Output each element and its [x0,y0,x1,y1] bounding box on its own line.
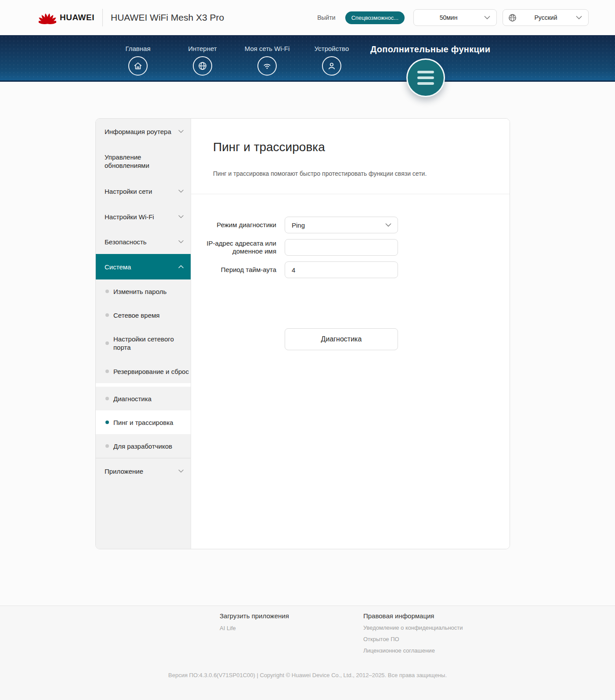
chevron-down-icon [177,128,184,135]
sidebar: Информация роутера Управление обновления… [96,119,191,549]
sidebar-item-update-management[interactable]: Управление обновлениями [96,144,191,178]
chevron-down-icon [177,213,184,220]
sidebar-item-network-settings[interactable]: Настройки сети [96,178,191,204]
bullet-dot-icon [105,421,109,424]
language-dropdown[interactable]: Русский [503,9,589,26]
bullet-dot-icon [105,444,109,448]
timeout-input[interactable] [285,261,398,278]
diagnostic-mode-value: Ping [292,221,384,229]
content-area: Пинг и трассировка Пинг и трассировка по… [191,119,510,549]
header-actions: Выйти Спецвозможнос... 50мин Русский [317,9,589,26]
chevron-down-icon [483,14,491,22]
chevron-down-icon [177,238,184,245]
diagnostic-mode-select[interactable]: Ping [285,217,398,233]
sidebar-item-router-info[interactable]: Информация роутера [96,119,191,144]
footer-legal-heading: Правовая информация [363,612,463,620]
chevron-down-icon [575,14,583,22]
sidebar-item-wifi-settings[interactable]: Настройки Wi-Fi [96,204,191,229]
huawei-logo-icon [39,10,56,25]
sidebar-item-system[interactable]: Система [96,254,191,279]
top-header: HUAWEI HUAWEI WiFi Mesh X3 Pro Выйти Спе… [0,0,615,35]
sidebar-item-network-time[interactable]: Сетевое время [96,303,191,327]
wifi-icon [257,56,277,76]
form-row-mode: Режим диагностики Ping [191,217,510,233]
globe-icon [193,56,212,76]
brand-name: HUAWEI [60,13,94,22]
sidebar-item-developers[interactable]: Для разработчиков [96,434,191,458]
content-divider [191,194,510,194]
sidebar-filler [96,484,191,549]
nav-item-internet[interactable]: Интернет [174,45,231,76]
logout-link[interactable]: Выйти [317,14,335,21]
footer-legal-column: Правовая информация Уведомление о конфид… [363,612,463,654]
footer-apps-column: Загрузить приложения AI Life [220,612,289,631]
footer-apps-heading: Загрузить приложения [220,612,289,620]
footer-link-ai-life[interactable]: AI Life [220,625,289,631]
accessibility-button[interactable]: Спецвозможнос... [345,11,405,24]
brand-block: HUAWEI HUAWEI WiFi Mesh X3 Pro [39,9,224,26]
footer-link-privacy[interactable]: Уведомление о конфиденциальности [363,624,463,631]
bullet-dot-icon [105,370,109,373]
nav-more-title: Дополнительные функции [370,44,490,54]
ip-address-label: IP-адрес адресата или доменное имя [191,239,276,255]
form-row-ip: IP-адрес адресата или доменное имя [191,239,510,256]
nav-items: Главная Интернет Моя сеть Wi-Fi [110,45,368,76]
page-footer: Загрузить приложения AI Life Правовая ин… [0,606,615,700]
nav-item-device[interactable]: Устройство [304,45,360,76]
sidebar-item-port-settings[interactable]: Настройки сетевого порта [96,327,191,359]
sidebar-item-change-password[interactable]: Изменить пароль [96,279,191,303]
sidebar-item-security[interactable]: Безопасность [96,229,191,254]
main-panel: Информация роутера Управление обновления… [95,118,510,549]
chevron-up-icon [177,263,184,270]
hamburger-menu-icon [417,69,434,87]
footer-link-license[interactable]: Лицензионное соглашение [363,647,463,654]
sidebar-item-ping-trace[interactable]: Пинг и трассировка [96,410,191,434]
bullet-dot-icon [105,341,109,345]
sidebar-item-diagnostics[interactable]: Диагностика [96,387,191,410]
chevron-down-icon [177,468,184,475]
timeout-label: Период тайм-аута [191,266,276,274]
form-row-timeout: Период тайм-аута [191,261,510,278]
page-description: Пинг и трассировка помогают быстро проте… [213,170,488,177]
footer-link-open-source[interactable]: Открытое ПО [363,636,463,642]
diagnostic-mode-label: Режим диагностики [191,221,276,229]
ip-address-input[interactable] [285,239,398,256]
main-navigation: Главная Интернет Моя сеть Wi-Fi [0,35,615,82]
globe-icon [508,14,517,22]
sidebar-item-backup-reset[interactable]: Резервирование и сброс [96,359,191,383]
sidebar-gap [96,383,191,387]
language-value: Русский [517,14,575,21]
ping-form: Режим диагностики Ping IP-адрес адресата… [191,217,510,350]
brand-divider [102,9,103,26]
footer-version-text: Версия ПО:4.3.0.6(V71SP01C00) | Copyrigh… [0,672,615,678]
nav-item-home[interactable]: Главная [110,45,166,76]
bullet-dot-icon [105,397,109,400]
bullet-dot-icon [105,313,109,317]
session-timeout-dropdown[interactable]: 50мин [413,9,497,26]
product-title: HUAWEI WiFi Mesh X3 Pro [111,12,224,23]
hamburger-menu-button[interactable] [406,58,445,97]
diagnose-button[interactable]: Диагностика [285,328,398,350]
nav-item-wifi[interactable]: Моя сеть Wi-Fi [239,45,295,76]
sidebar-item-application[interactable]: Приложение [96,458,191,484]
chevron-down-icon [384,221,392,229]
session-timeout-value: 50мин [414,14,483,21]
person-icon [322,56,341,76]
home-icon [128,56,148,76]
bullet-dot-icon [105,290,109,293]
page-title: Пинг и трассировка [191,119,510,154]
chevron-down-icon [177,188,184,195]
